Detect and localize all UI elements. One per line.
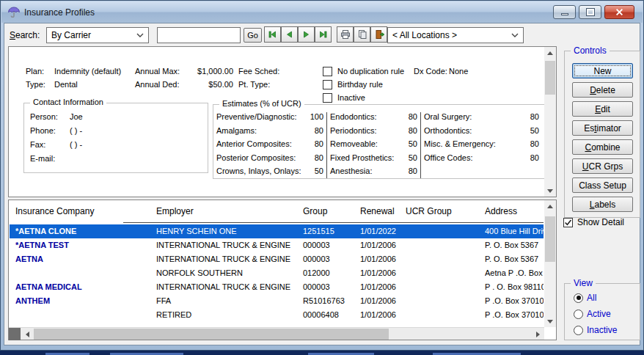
close-button[interactable] bbox=[604, 5, 634, 19]
table-row-aetna-medical[interactable]: AETNA MEDICALINTERNATIONAL TRUCK & ENGIN… bbox=[10, 280, 544, 294]
active-radio[interactable] bbox=[574, 310, 583, 319]
copy-button[interactable] bbox=[354, 26, 370, 43]
arrow-down-icon bbox=[547, 320, 553, 323]
new-button[interactable]: New bbox=[572, 63, 633, 78]
chevron-down-icon bbox=[511, 32, 519, 38]
scroll-up-button[interactable] bbox=[544, 47, 556, 59]
scrollbar-thumb[interactable] bbox=[545, 216, 555, 262]
detail-vertical-scrollbar[interactable] bbox=[544, 47, 556, 197]
delete-button[interactable]: Delete bbox=[572, 82, 633, 98]
inactive-checkbox[interactable] bbox=[323, 93, 332, 103]
table-row-aetna[interactable]: AETNAINTERNATIONAL TRUCK & ENGINE0000031… bbox=[10, 252, 544, 266]
edit-button[interactable]: Edit bbox=[572, 101, 633, 117]
cell-address: P . O. Box 98110 bbox=[485, 280, 544, 294]
rule-option-no-duplication-rule[interactable]: No duplication rule bbox=[323, 65, 404, 78]
dx-code-label: Dx Code: bbox=[414, 67, 447, 76]
estimate-label: Crowns, Inlays, Onlays: bbox=[216, 166, 301, 180]
estimate-periodontics: Periodontics:80 bbox=[330, 126, 417, 140]
window-title: Insurance Profiles bbox=[24, 7, 95, 18]
view-option-active[interactable]: Active bbox=[574, 309, 611, 319]
estimate-label: Fixed Prosthetics: bbox=[330, 153, 394, 167]
print-button[interactable] bbox=[337, 26, 354, 43]
maximize-icon bbox=[587, 9, 594, 15]
scroll-left-button[interactable] bbox=[21, 328, 34, 340]
cell-company: AETNA MEDICAL bbox=[15, 280, 153, 294]
view-group-title: View bbox=[571, 278, 596, 288]
inactive-radio[interactable] bbox=[574, 326, 583, 335]
table-vertical-scrollbar[interactable] bbox=[544, 200, 556, 327]
estimate-oral-surgery: Oral Surgery:80 bbox=[424, 112, 539, 126]
combine-button[interactable]: Combine bbox=[572, 139, 633, 155]
table-row-norfolk-southern[interactable]: NORFOLK SOUTHERN0120001/01/2006Aetna P .… bbox=[10, 266, 544, 280]
scroll-down-button[interactable] bbox=[544, 315, 556, 327]
table-row-aetna-test[interactable]: *AETNA TESTINTERNATIONAL TRUCK & ENGINE0… bbox=[10, 238, 544, 252]
search-mode-dropdown[interactable]: By Carrier bbox=[46, 27, 149, 43]
estimate-value: 80 bbox=[315, 126, 323, 140]
scroll-down-button[interactable] bbox=[544, 185, 556, 197]
estimate-label: Amalgams: bbox=[216, 126, 257, 140]
estimate-office-codes: Office Codes:80 bbox=[424, 153, 539, 167]
estimate-value: 80 bbox=[409, 126, 417, 140]
cell-address: P .O. Box 37010 bbox=[485, 308, 544, 322]
ucr-grps-button[interactable]: UCR Grps bbox=[572, 158, 633, 174]
cell-renewal: 1/01/2006 bbox=[360, 280, 403, 294]
scroll-right-button[interactable] bbox=[531, 328, 544, 340]
cell-renewal: 1/01/2006 bbox=[360, 252, 403, 266]
scrollbar-thumb[interactable] bbox=[545, 61, 555, 95]
show-detail-option[interactable]: Show Detail bbox=[563, 217, 624, 227]
table-row-retired[interactable]: RETIRED000064081/01/2006P .O. Box 37010 bbox=[10, 308, 544, 322]
controls-group-title: Controls bbox=[571, 45, 610, 56]
estimate-amalgams: Amalgams:80 bbox=[216, 126, 323, 140]
labels-button[interactable]: Labels bbox=[572, 197, 633, 212]
type-label: Type: bbox=[26, 80, 45, 89]
estimate-crowns-inlays-onlays: Crowns, Inlays, Onlays:50 bbox=[216, 166, 323, 180]
maximize-button[interactable] bbox=[579, 5, 601, 19]
scrollbar-thumb[interactable] bbox=[34, 329, 389, 340]
first-record-button[interactable] bbox=[264, 26, 281, 43]
view-option-inactive[interactable]: Inactive bbox=[574, 325, 617, 335]
view-option-label: All bbox=[587, 293, 596, 303]
next-record-button[interactable] bbox=[298, 26, 315, 43]
exit-button[interactable] bbox=[370, 26, 387, 43]
pt-type-label: Pt. Type: bbox=[238, 80, 270, 89]
minimize-button[interactable] bbox=[553, 5, 576, 19]
last-record-button[interactable] bbox=[315, 26, 332, 43]
radio-dot bbox=[577, 296, 581, 300]
cell-company: *AETNA CLONE bbox=[15, 224, 153, 238]
previous-record-button[interactable] bbox=[281, 26, 298, 43]
table-body: *AETNA CLONEHENRY SCHEIN ONE12515151/01/… bbox=[10, 200, 544, 327]
show-detail-checkbox[interactable] bbox=[563, 218, 573, 227]
arrow-up-icon bbox=[547, 51, 553, 55]
rule-label: No duplication rule bbox=[337, 67, 404, 76]
minimize-icon bbox=[561, 13, 568, 15]
estimate-fixed-prosthetics: Fixed Prosthetics:50 bbox=[330, 153, 417, 167]
estimate-label: Periodontics: bbox=[330, 126, 377, 140]
scroll-up-button[interactable] bbox=[544, 200, 556, 212]
rule-option-inactive[interactable]: Inactive bbox=[323, 91, 404, 104]
cell-group: 00006408 bbox=[303, 308, 357, 322]
cell-ucr_group bbox=[406, 294, 482, 308]
cell-ucr_group bbox=[406, 252, 482, 266]
view-option-all[interactable]: All bbox=[574, 293, 596, 303]
search-input[interactable] bbox=[157, 27, 241, 43]
table-horizontal-scrollbar[interactable] bbox=[9, 327, 544, 340]
no-duplication-rule-checkbox[interactable] bbox=[323, 67, 332, 76]
birthday-rule-checkbox[interactable] bbox=[323, 80, 332, 89]
cell-employer: INTERNATIONAL TRUCK & ENGINE bbox=[156, 280, 300, 294]
all-radio[interactable] bbox=[574, 293, 583, 303]
table-row-anthem[interactable]: ANTHEMFFAR510167631/01/2006P .O. Box 370… bbox=[10, 294, 544, 308]
locations-dropdown[interactable]: < All Locations > bbox=[387, 27, 524, 43]
go-button[interactable]: Go bbox=[244, 28, 262, 43]
estimate-label: Office Codes: bbox=[424, 153, 472, 167]
cell-group: 1251515 bbox=[303, 224, 357, 238]
estimator-button[interactable]: Estimator bbox=[572, 120, 633, 136]
titlebar[interactable]: Insurance Profiles bbox=[1, 1, 643, 23]
arrow-up-icon bbox=[547, 205, 553, 208]
table-row-aetna-clone[interactable]: *AETNA CLONEHENRY SCHEIN ONE12515151/01/… bbox=[10, 224, 544, 238]
person-value: Joe bbox=[70, 112, 83, 121]
class-setup-button[interactable]: Class Setup bbox=[572, 178, 633, 193]
estimate-value: 80 bbox=[530, 153, 539, 167]
locations-value: < All Locations > bbox=[392, 30, 457, 40]
rule-option-birthday-rule[interactable]: Birthday rule bbox=[323, 78, 404, 91]
cell-address: P .O. Box 37010 bbox=[485, 294, 544, 308]
